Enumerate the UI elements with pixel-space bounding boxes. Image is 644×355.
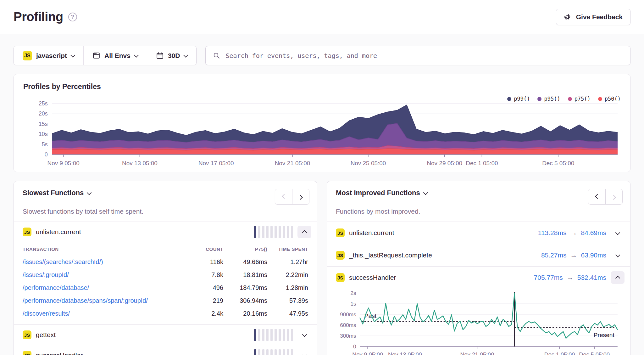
svg-text:20s: 20s: [39, 110, 48, 117]
sparkline-bar: [262, 226, 264, 238]
date-range-filter[interactable]: 30D: [147, 46, 197, 65]
function-row-successhandler: JS successHandler: [14, 345, 317, 355]
time-spent-value: 1.28min: [267, 281, 308, 294]
function-name: gettext: [36, 331, 56, 339]
svg-text:Present: Present: [594, 332, 615, 338]
transaction-link[interactable]: /performance/database/: [23, 284, 89, 291]
duration-before-link[interactable]: 85.27ms: [541, 251, 567, 259]
next-page-button[interactable]: [292, 189, 309, 204]
prev-page-button[interactable]: [275, 189, 292, 204]
transaction-link[interactable]: /discover/results/: [23, 310, 70, 317]
most-improved-dropdown[interactable]: Most Improved Functions: [336, 189, 427, 197]
expand-function-button[interactable]: [297, 349, 311, 355]
function-row-gettext: JS gettext: [14, 324, 317, 345]
sparkline-bar: [258, 349, 260, 355]
legend-item-p95[interactable]: p95(): [537, 96, 560, 102]
column-header-transaction: TRANSACTION: [23, 243, 195, 256]
sparkline-bar-active: [254, 349, 256, 355]
duration-after-link[interactable]: 532.41ms: [577, 274, 606, 281]
p75-value: 20.16ms: [223, 307, 267, 320]
chevron-down-icon: [183, 53, 188, 58]
prev-page-button[interactable]: [588, 189, 605, 204]
table-row: /discover/results/: [23, 307, 195, 320]
table-row: /performance/database/spans/span/:groupI…: [23, 294, 195, 307]
expand-function-button[interactable]: [297, 329, 311, 341]
column-header-count: COUNT: [195, 243, 223, 256]
sparkline-bar: [275, 329, 277, 341]
chevron-down-icon: [134, 53, 139, 58]
function-name: unlisten.current: [349, 229, 394, 237]
search-input[interactable]: [225, 52, 623, 59]
percentiles-area-chart[interactable]: 05s10s15s20s25sNov 9 05:00Nov 13 05:00No…: [23, 100, 621, 168]
expand-function-button[interactable]: [611, 227, 625, 239]
collapse-function-button[interactable]: [297, 226, 311, 238]
transaction-link[interactable]: /issues/(searches/:searchId/): [23, 258, 103, 266]
legend-item-p99[interactable]: p99(): [507, 96, 530, 102]
percentiles-panel: Profiles by Percentiles p99()p95()p75()p…: [14, 74, 630, 172]
svg-text:Nov 25 05:00: Nov 25 05:00: [351, 160, 386, 166]
svg-text:1s: 1s: [350, 301, 356, 307]
project-filter[interactable]: JS javascript: [14, 46, 84, 65]
time-spent-value: 2.22min: [267, 268, 308, 281]
svg-text:600ms: 600ms: [340, 322, 356, 328]
javascript-platform-icon: JS: [23, 351, 31, 355]
bottom-panels: Slowest Functions Slowest functions by t…: [14, 181, 630, 355]
search-bar: [205, 46, 630, 65]
sparkline-bar: [275, 226, 277, 238]
duration-after-link[interactable]: 63.90ms: [581, 251, 606, 259]
svg-text:Dec 1 05:00: Dec 1 05:00: [466, 160, 498, 166]
table-row: /performance/database/: [23, 281, 195, 294]
svg-text:25s: 25s: [39, 100, 48, 107]
function-name: unlisten.current: [36, 228, 81, 236]
main-content: JS javascript All Envs: [0, 46, 644, 355]
filter-row: JS javascript All Envs: [14, 46, 630, 65]
legend-label: p99(): [514, 96, 530, 102]
arrow-right-icon: →: [570, 229, 577, 237]
legend-dot: [568, 97, 572, 101]
function-sparkline: [254, 329, 293, 341]
javascript-platform-icon: JS: [336, 251, 345, 260]
svg-text:Dec 5 05:00: Dec 5 05:00: [579, 352, 610, 355]
sparkline-bar: [270, 226, 273, 238]
function-name: _this._lastRequest.complete: [349, 251, 432, 259]
sparkline-bar: [258, 226, 260, 238]
legend-item-p50[interactable]: p50(): [598, 96, 621, 102]
page-title: Profiling: [14, 10, 63, 24]
chevron-down-icon: [87, 190, 92, 195]
svg-text:0: 0: [45, 151, 48, 158]
slowest-functions-dropdown[interactable]: Slowest Functions: [23, 189, 91, 197]
transactions-table: TRANSACTION COUNT P75() TIME SPENT /issu…: [14, 242, 317, 324]
next-page-button[interactable]: [605, 189, 622, 204]
svg-text:300ms: 300ms: [340, 333, 356, 339]
duration-after-link[interactable]: 84.69ms: [581, 229, 606, 237]
legend-item-p75[interactable]: p75(): [568, 96, 591, 102]
svg-text:Nov 13 05:00: Nov 13 05:00: [122, 160, 158, 166]
transaction-link[interactable]: /issues/:groupId/: [23, 271, 69, 279]
slowest-functions-title: Slowest Functions: [23, 189, 84, 197]
collapse-function-button[interactable]: [611, 271, 625, 284]
help-icon[interactable]: ?: [68, 13, 77, 21]
environment-filter[interactable]: All Envs: [84, 46, 147, 65]
sparkline-bar-active: [254, 226, 256, 238]
date-range-filter-label: 30D: [168, 52, 180, 59]
give-feedback-label: Give Feedback: [576, 13, 623, 21]
give-feedback-button[interactable]: Give Feedback: [556, 9, 630, 25]
regression-line-chart[interactable]: 0300ms600ms900ms1s2sNov 9 05:00Nov 13 05…: [327, 289, 630, 355]
duration-before-link[interactable]: 113.28ms: [538, 229, 567, 237]
expand-function-button[interactable]: [611, 249, 625, 262]
improved-row-lastrequest-complete: JS _this._lastRequest.complete 85.27ms →…: [327, 244, 630, 266]
sparkline-bar: [287, 349, 289, 355]
svg-text:5s: 5s: [42, 141, 48, 148]
legend-dot: [537, 97, 541, 101]
time-spent-value: 57.39s: [267, 294, 308, 307]
p75-value: 184.79ms: [223, 281, 267, 294]
duration-before-link[interactable]: 705.77ms: [534, 274, 563, 281]
svg-text:Nov 21 05:00: Nov 21 05:00: [275, 160, 310, 166]
svg-text:Nov 9 05:00: Nov 9 05:00: [47, 160, 80, 166]
chevron-down-icon: [70, 53, 75, 58]
transaction-link[interactable]: /performance/database/spans/span/:groupI…: [23, 297, 148, 304]
svg-text:15s: 15s: [39, 121, 48, 127]
column-header-p75: P75(): [223, 243, 267, 256]
sparkline-bar: [266, 226, 269, 238]
function-sparkline: [254, 226, 293, 238]
